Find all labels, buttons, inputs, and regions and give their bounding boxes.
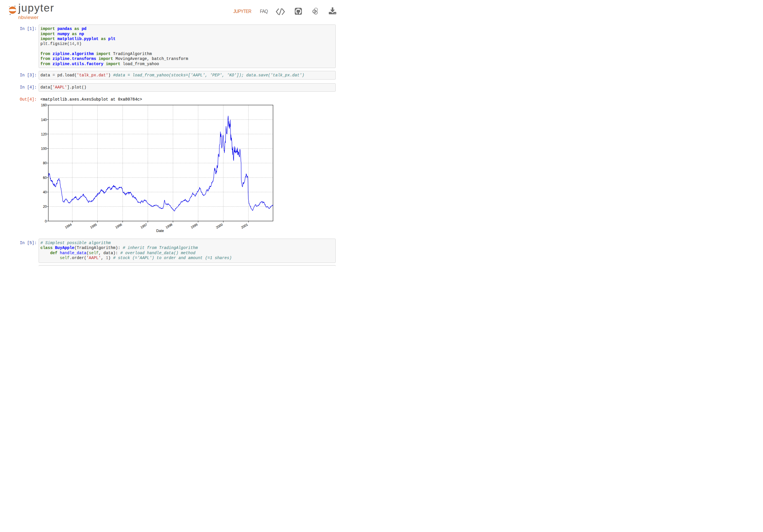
svg-text:1999: 1999 — [190, 223, 198, 229]
svg-text:60: 60 — [43, 176, 47, 180]
svg-text:1998: 1998 — [165, 223, 173, 229]
svg-text:1996: 1996 — [115, 223, 123, 229]
svg-text:2001: 2001 — [241, 223, 249, 229]
svg-text:20: 20 — [43, 205, 47, 209]
svg-text:120: 120 — [41, 132, 47, 136]
svg-text:100: 100 — [41, 147, 47, 151]
svg-text:2000: 2000 — [215, 223, 223, 229]
svg-text:40: 40 — [43, 190, 47, 194]
svg-text:1995: 1995 — [90, 223, 98, 229]
svg-text:Date: Date — [156, 229, 164, 233]
svg-text:80: 80 — [43, 161, 47, 165]
svg-text:1994: 1994 — [64, 223, 72, 229]
svg-text:1997: 1997 — [140, 223, 148, 229]
svg-text:140: 140 — [41, 118, 47, 122]
svg-text:0: 0 — [45, 219, 47, 223]
svg-text:160: 160 — [41, 103, 47, 107]
